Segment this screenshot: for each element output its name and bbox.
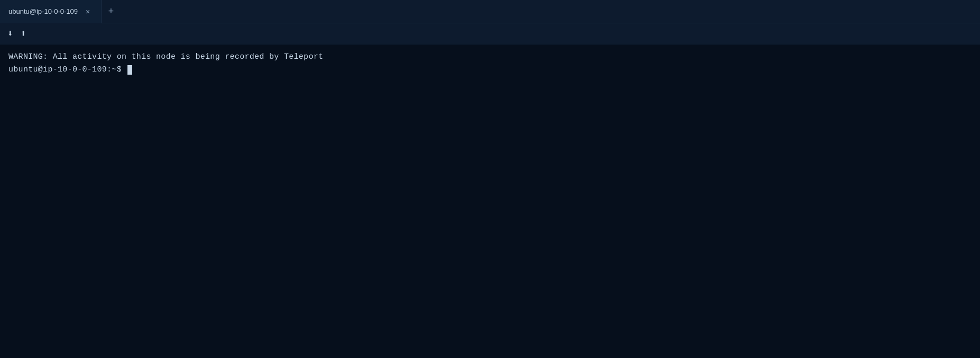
terminal-tab[interactable]: ubuntu@ip-10-0-0-109 ×: [0, 0, 102, 23]
tab-close-button[interactable]: ×: [83, 7, 93, 16]
toolbar: ⬇ ⬆: [0, 23, 980, 44]
prompt-line: ubuntu@ip-10-0-0-109:~$: [8, 64, 972, 76]
terminal-body[interactable]: WARNING: All activity on this node is be…: [0, 44, 980, 358]
tab-title: ubuntu@ip-10-0-0-109: [8, 7, 78, 15]
terminal-cursor: [127, 65, 132, 75]
tab-bar: ubuntu@ip-10-0-0-109 × +: [0, 0, 980, 23]
warning-line: WARNING: All activity on this node is be…: [8, 51, 972, 64]
upload-icon[interactable]: ⬆: [21, 29, 26, 39]
new-tab-button[interactable]: +: [102, 0, 121, 23]
prompt-text: ubuntu@ip-10-0-0-109:~$: [8, 64, 126, 76]
download-icon[interactable]: ⬇: [7, 29, 13, 39]
